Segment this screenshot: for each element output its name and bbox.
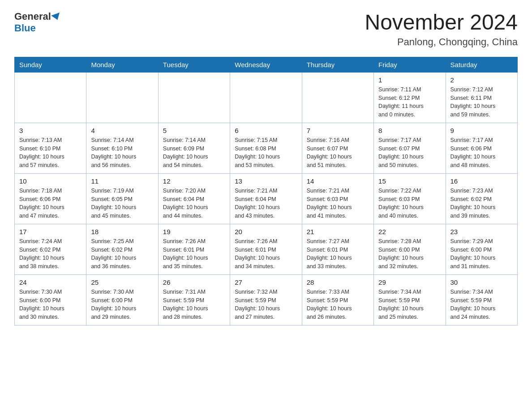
calendar-cell: 9Sunrise: 7:17 AM Sunset: 6:06 PM Daylig… — [446, 123, 517, 173]
logo-triangle-icon — [51, 13, 62, 21]
calendar-cell: 13Sunrise: 7:21 AM Sunset: 6:04 PM Dayli… — [230, 173, 302, 224]
calendar-cell: 4Sunrise: 7:14 AM Sunset: 6:10 PM Daylig… — [86, 123, 158, 173]
calendar-cell: 22Sunrise: 7:28 AM Sunset: 6:00 PM Dayli… — [374, 224, 446, 274]
day-number: 18 — [91, 228, 153, 235]
day-info: Sunrise: 7:34 AM Sunset: 5:59 PM Dayligh… — [378, 288, 441, 321]
day-number: 28 — [307, 278, 369, 286]
day-number: 5 — [163, 127, 225, 134]
calendar-cell: 16Sunrise: 7:23 AM Sunset: 6:02 PM Dayli… — [446, 173, 517, 224]
day-number: 21 — [307, 228, 369, 235]
day-number: 29 — [378, 278, 441, 286]
day-info: Sunrise: 7:14 AM Sunset: 6:09 PM Dayligh… — [163, 136, 225, 170]
day-info: Sunrise: 7:21 AM Sunset: 6:03 PM Dayligh… — [307, 187, 369, 220]
calendar-table: SundayMondayTuesdayWednesdayThursdayFrid… — [14, 57, 518, 325]
day-info: Sunrise: 7:30 AM Sunset: 6:00 PM Dayligh… — [91, 288, 153, 321]
day-info: Sunrise: 7:28 AM Sunset: 6:00 PM Dayligh… — [378, 237, 441, 271]
day-number: 6 — [235, 127, 297, 134]
calendar-cell: 28Sunrise: 7:33 AM Sunset: 5:59 PM Dayli… — [302, 274, 373, 325]
day-info: Sunrise: 7:27 AM Sunset: 6:01 PM Dayligh… — [307, 237, 369, 271]
location-subtitle: Panlong, Chongqing, China — [365, 36, 518, 48]
column-header-saturday: Saturday — [446, 57, 517, 72]
calendar-cell: 24Sunrise: 7:30 AM Sunset: 6:00 PM Dayli… — [15, 274, 86, 325]
calendar-week-row: 1Sunrise: 7:11 AM Sunset: 6:12 PM Daylig… — [15, 72, 518, 123]
calendar-cell: 20Sunrise: 7:26 AM Sunset: 6:01 PM Dayli… — [230, 224, 302, 274]
day-info: Sunrise: 7:18 AM Sunset: 6:06 PM Dayligh… — [19, 187, 82, 220]
day-number: 19 — [163, 228, 225, 235]
calendar-cell: 11Sunrise: 7:19 AM Sunset: 6:05 PM Dayli… — [86, 173, 158, 224]
day-number: 12 — [163, 177, 225, 185]
calendar-cell: 21Sunrise: 7:27 AM Sunset: 6:01 PM Dayli… — [302, 224, 373, 274]
calendar-cell: 29Sunrise: 7:34 AM Sunset: 5:59 PM Dayli… — [374, 274, 446, 325]
calendar-week-row: 17Sunrise: 7:24 AM Sunset: 6:02 PM Dayli… — [15, 224, 518, 274]
day-number: 13 — [235, 177, 297, 185]
calendar-cell: 1Sunrise: 7:11 AM Sunset: 6:12 PM Daylig… — [374, 72, 446, 123]
day-info: Sunrise: 7:33 AM Sunset: 5:59 PM Dayligh… — [307, 288, 369, 321]
calendar-cell: 15Sunrise: 7:22 AM Sunset: 6:03 PM Dayli… — [374, 173, 446, 224]
day-number: 17 — [19, 228, 82, 235]
calendar-cell: 27Sunrise: 7:32 AM Sunset: 5:59 PM Dayli… — [230, 274, 302, 325]
calendar-header-row: SundayMondayTuesdayWednesdayThursdayFrid… — [15, 57, 518, 72]
calendar-cell: 23Sunrise: 7:29 AM Sunset: 6:00 PM Dayli… — [446, 224, 517, 274]
day-number: 11 — [91, 177, 153, 185]
day-number: 2 — [450, 76, 513, 84]
day-number: 10 — [19, 177, 82, 185]
day-number: 9 — [450, 127, 513, 134]
day-number: 25 — [91, 278, 153, 286]
day-info: Sunrise: 7:14 AM Sunset: 6:10 PM Dayligh… — [91, 136, 153, 170]
calendar-cell: 26Sunrise: 7:31 AM Sunset: 5:59 PM Dayli… — [158, 274, 230, 325]
calendar-week-row: 3Sunrise: 7:13 AM Sunset: 6:10 PM Daylig… — [15, 123, 518, 173]
calendar-week-row: 10Sunrise: 7:18 AM Sunset: 6:06 PM Dayli… — [15, 173, 518, 224]
calendar-cell — [86, 72, 158, 123]
day-info: Sunrise: 7:31 AM Sunset: 5:59 PM Dayligh… — [163, 288, 225, 321]
day-info: Sunrise: 7:30 AM Sunset: 6:00 PM Dayligh… — [19, 288, 82, 321]
day-number: 27 — [235, 278, 297, 286]
calendar-week-row: 24Sunrise: 7:30 AM Sunset: 6:00 PM Dayli… — [15, 274, 518, 325]
day-info: Sunrise: 7:17 AM Sunset: 6:07 PM Dayligh… — [378, 136, 441, 170]
calendar-cell: 6Sunrise: 7:15 AM Sunset: 6:08 PM Daylig… — [230, 123, 302, 173]
day-info: Sunrise: 7:20 AM Sunset: 6:04 PM Dayligh… — [163, 187, 225, 220]
day-number: 23 — [450, 228, 513, 235]
day-number: 26 — [163, 278, 225, 286]
day-number: 24 — [19, 278, 82, 286]
day-info: Sunrise: 7:12 AM Sunset: 6:11 PM Dayligh… — [450, 86, 513, 119]
day-info: Sunrise: 7:23 AM Sunset: 6:02 PM Dayligh… — [450, 187, 513, 220]
calendar-cell: 8Sunrise: 7:17 AM Sunset: 6:07 PM Daylig… — [374, 123, 446, 173]
calendar-cell — [15, 72, 86, 123]
day-number: 14 — [307, 177, 369, 185]
day-number: 30 — [450, 278, 513, 286]
day-info: Sunrise: 7:15 AM Sunset: 6:08 PM Dayligh… — [235, 136, 297, 170]
day-number: 20 — [235, 228, 297, 235]
month-title: November 2024 — [365, 11, 518, 34]
calendar-cell: 12Sunrise: 7:20 AM Sunset: 6:04 PM Dayli… — [158, 173, 230, 224]
day-number: 16 — [450, 177, 513, 185]
column-header-wednesday: Wednesday — [230, 57, 302, 72]
calendar-cell: 5Sunrise: 7:14 AM Sunset: 6:09 PM Daylig… — [158, 123, 230, 173]
day-info: Sunrise: 7:13 AM Sunset: 6:10 PM Dayligh… — [19, 136, 82, 170]
column-header-thursday: Thursday — [302, 57, 373, 72]
calendar-cell: 17Sunrise: 7:24 AM Sunset: 6:02 PM Dayli… — [15, 224, 86, 274]
logo: General Blue — [14, 11, 61, 34]
column-header-friday: Friday — [374, 57, 446, 72]
title-area: November 2024 Panlong, Chongqing, China — [365, 11, 518, 48]
day-info: Sunrise: 7:11 AM Sunset: 6:12 PM Dayligh… — [378, 86, 441, 119]
logo-general-text: General — [14, 11, 51, 22]
calendar-cell — [158, 72, 230, 123]
calendar-cell: 14Sunrise: 7:21 AM Sunset: 6:03 PM Dayli… — [302, 173, 373, 224]
day-info: Sunrise: 7:16 AM Sunset: 6:07 PM Dayligh… — [307, 136, 369, 170]
day-info: Sunrise: 7:17 AM Sunset: 6:06 PM Dayligh… — [450, 136, 513, 170]
day-info: Sunrise: 7:34 AM Sunset: 5:59 PM Dayligh… — [450, 288, 513, 321]
day-info: Sunrise: 7:24 AM Sunset: 6:02 PM Dayligh… — [19, 237, 82, 271]
day-info: Sunrise: 7:29 AM Sunset: 6:00 PM Dayligh… — [450, 237, 513, 271]
day-number: 22 — [378, 228, 441, 235]
page-header: General Blue November 2024 Panlong, Chon… — [14, 11, 518, 48]
column-header-monday: Monday — [86, 57, 158, 72]
day-info: Sunrise: 7:19 AM Sunset: 6:05 PM Dayligh… — [91, 187, 153, 220]
calendar-cell — [302, 72, 373, 123]
calendar-cell: 2Sunrise: 7:12 AM Sunset: 6:11 PM Daylig… — [446, 72, 517, 123]
calendar-cell: 19Sunrise: 7:26 AM Sunset: 6:01 PM Dayli… — [158, 224, 230, 274]
calendar-cell: 30Sunrise: 7:34 AM Sunset: 5:59 PM Dayli… — [446, 274, 517, 325]
day-number: 1 — [378, 76, 441, 84]
calendar-cell: 10Sunrise: 7:18 AM Sunset: 6:06 PM Dayli… — [15, 173, 86, 224]
day-info: Sunrise: 7:32 AM Sunset: 5:59 PM Dayligh… — [235, 288, 297, 321]
calendar-cell: 18Sunrise: 7:25 AM Sunset: 6:02 PM Dayli… — [86, 224, 158, 274]
